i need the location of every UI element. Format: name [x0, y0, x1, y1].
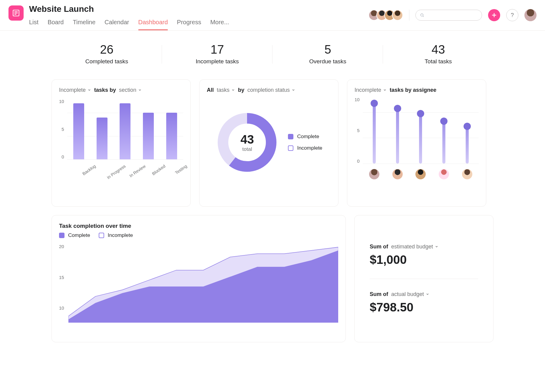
legend-incomplete: Incomplete — [99, 232, 133, 238]
bar-blocked — [143, 113, 154, 159]
tab-list[interactable]: List — [29, 16, 38, 30]
actual-budget-value: $798.50 — [370, 301, 478, 314]
card-completion-status: All tasks by completion status 43 total … — [199, 79, 339, 207]
label-sum-of: Sum of — [370, 291, 388, 297]
group-dropdown[interactable]: completion status — [247, 87, 295, 93]
actual-budget-dropdown[interactable]: actual budget — [391, 291, 429, 297]
card-title: Task completion over time — [59, 223, 338, 229]
filter-dropdown[interactable]: Incomplete — [355, 87, 387, 93]
donut-chart: 43 total — [215, 111, 279, 174]
lolli-3 — [440, 118, 448, 164]
assignee-avatar[interactable] — [462, 169, 472, 179]
tabs: ListBoardTimelineCalendarDashboardProgre… — [29, 16, 229, 30]
group-dropdown[interactable]: section — [119, 87, 142, 93]
label-sum-of: Sum of — [370, 244, 388, 250]
lolli-2 — [417, 110, 424, 164]
stat-completed-tasks: 26Completed tasks — [51, 43, 162, 65]
member-avatars[interactable] — [372, 10, 403, 21]
user-avatar[interactable] — [524, 9, 537, 21]
divider — [409, 10, 409, 21]
app-header: Website Launch ListBoardTimelineCalendar… — [0, 0, 545, 31]
create-button[interactable] — [488, 9, 500, 21]
plus-icon — [491, 12, 497, 18]
card-incomplete-by-section: Incomplete tasks by section 1050 Backlog… — [51, 79, 191, 207]
stat-overdue-tasks: 5Overdue tasks — [272, 43, 383, 65]
card-budget: Sum of estimated budget $1,000 Sum of ac… — [354, 215, 494, 342]
stat-incomplete-tasks: 17Incomplete tasks — [162, 43, 272, 65]
label-by: by — [238, 87, 244, 93]
legend-complete: Complete — [288, 134, 322, 140]
tasks-dropdown[interactable]: tasks — [217, 87, 235, 93]
lolli-0 — [371, 100, 378, 164]
label-tasks-by: tasks by — [94, 87, 116, 93]
lolli-1 — [394, 105, 401, 164]
tab-progress[interactable]: Progress — [177, 16, 201, 30]
tab-more-[interactable]: More... — [210, 16, 229, 30]
card-tasks-by-assignee: Incomplete tasks by assignee 1050 — [347, 79, 486, 207]
label-tasks-by-assignee: tasks by assignee — [390, 87, 436, 93]
tab-timeline[interactable]: Timeline — [73, 16, 96, 30]
legend-incomplete: Incomplete — [288, 145, 322, 151]
divider — [370, 279, 478, 279]
svg-point-4 — [421, 14, 423, 16]
filter-dropdown[interactable]: Incomplete — [59, 87, 91, 93]
donut-total-value: 43 — [240, 133, 254, 146]
assignee-avatar[interactable] — [439, 169, 449, 179]
estimated-budget-dropdown[interactable]: estimated budget — [391, 244, 438, 250]
stats-row: 26Completed tasks17Incomplete tasks5Over… — [51, 43, 494, 65]
bar-in-review — [120, 103, 130, 159]
tab-calendar[interactable]: Calendar — [104, 16, 129, 30]
assignee-avatar[interactable] — [369, 169, 379, 179]
legend-complete: Complete — [59, 232, 90, 238]
donut-total-label: total — [242, 146, 252, 152]
bar-in-progress — [97, 118, 107, 159]
tab-dashboard[interactable]: Dashboard — [138, 16, 168, 30]
svg-line-5 — [423, 16, 424, 17]
help-button[interactable]: ? — [506, 9, 518, 21]
lolli-4 — [464, 123, 471, 164]
assignee-avatar[interactable] — [392, 169, 403, 179]
assignee-avatar[interactable] — [415, 169, 426, 179]
bar-backlog — [73, 103, 84, 159]
estimated-budget-value: $1,000 — [370, 253, 478, 267]
card-task-completion-over-time: Task completion over time Complete Incom… — [51, 215, 346, 342]
search-icon — [420, 13, 424, 18]
bar-testing — [166, 113, 177, 159]
tab-board[interactable]: Board — [48, 16, 64, 30]
filter-all: All — [207, 87, 214, 93]
stat-total-tasks: 43Total tasks — [383, 43, 494, 65]
page-title: Website Launch — [29, 4, 229, 14]
project-icon — [8, 5, 24, 21]
search-input[interactable] — [415, 10, 482, 21]
